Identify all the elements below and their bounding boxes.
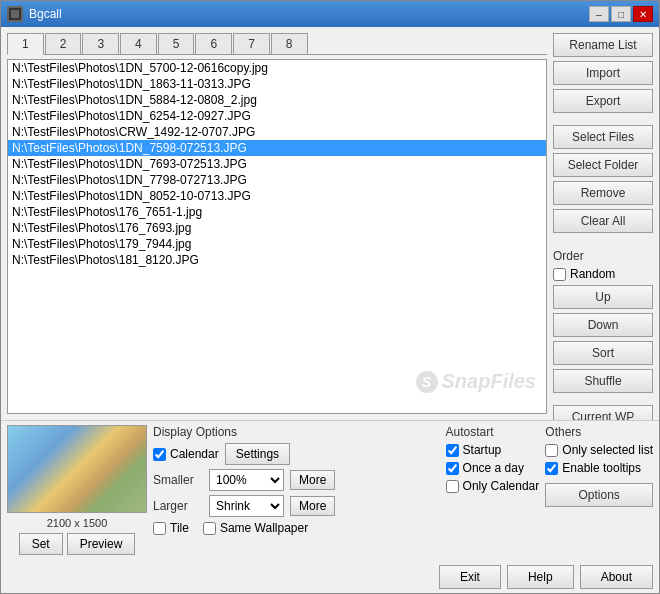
select-folder-button[interactable]: Select Folder xyxy=(553,153,653,177)
bottom-action-bar: Exit Help About xyxy=(1,561,659,593)
down-button[interactable]: Down xyxy=(553,313,653,337)
random-label: Random xyxy=(570,267,615,281)
random-row: Random xyxy=(553,267,653,281)
maximize-button[interactable]: □ xyxy=(611,6,631,22)
exit-button[interactable]: Exit xyxy=(439,565,501,589)
file-item[interactable]: N:\TestFiles\Photos\181_8120.JPG xyxy=(8,252,546,268)
same-wallpaper-label: Same Wallpaper xyxy=(220,521,308,535)
close-button[interactable]: ✕ xyxy=(633,6,653,22)
remove-button[interactable]: Remove xyxy=(553,181,653,205)
tile-checkbox[interactable] xyxy=(153,522,166,535)
tab-8[interactable]: 8 xyxy=(271,33,308,54)
smaller-label: Smaller xyxy=(153,473,203,487)
left-panel: 1 2 3 4 5 6 7 8 N:\TestFiles\Photos\1DN_… xyxy=(7,33,547,414)
others-title: Others xyxy=(545,425,653,439)
clear-all-button[interactable]: Clear All xyxy=(553,209,653,233)
app-icon xyxy=(7,6,23,22)
main-content: 1 2 3 4 5 6 7 8 N:\TestFiles\Photos\1DN_… xyxy=(1,27,659,420)
options-button[interactable]: Options xyxy=(545,483,653,507)
file-item[interactable]: N:\TestFiles\Photos\1DN_6254-12-0927.JPG xyxy=(8,108,546,124)
minimize-button[interactable]: – xyxy=(589,6,609,22)
only-calendar-checkbox[interactable] xyxy=(446,480,459,493)
bottom-panel: 2100 x 1500 Set Preview Display Options … xyxy=(1,420,659,561)
display-options-section: Display Options Calendar Settings Smalle… xyxy=(153,425,440,555)
main-window: Bgcall – □ ✕ 1 2 3 4 5 6 7 8 N:\TestFil xyxy=(0,0,660,594)
smaller-select[interactable]: 100% 75% 50% xyxy=(209,469,284,491)
svg-rect-1 xyxy=(11,10,19,18)
file-list[interactable]: N:\TestFiles\Photos\1DN_5700-12-0616copy… xyxy=(7,59,547,414)
watermark: S SnapFiles xyxy=(416,370,536,393)
file-item[interactable]: N:\TestFiles\Photos\1DN_8052-10-0713.JPG xyxy=(8,188,546,204)
shuffle-button[interactable]: Shuffle xyxy=(553,369,653,393)
tab-2[interactable]: 2 xyxy=(45,33,82,54)
file-item[interactable]: N:\TestFiles\Photos\179_7944.jpg xyxy=(8,236,546,252)
preview-button[interactable]: Preview xyxy=(67,533,136,555)
startup-checkbox[interactable] xyxy=(446,444,459,457)
title-bar: Bgcall – □ ✕ xyxy=(1,1,659,27)
file-item[interactable]: N:\TestFiles\Photos\176_7693.jpg xyxy=(8,220,546,236)
autostart-title: Autostart xyxy=(446,425,540,439)
up-button[interactable]: Up xyxy=(553,285,653,309)
import-button[interactable]: Import xyxy=(553,61,653,85)
file-item[interactable]: N:\TestFiles\Photos\1DN_7798-072713.JPG xyxy=(8,172,546,188)
once-a-day-label: Once a day xyxy=(463,461,524,475)
current-wp-button[interactable]: Current WP xyxy=(553,405,653,420)
only-selected-list-checkbox[interactable] xyxy=(545,444,558,457)
file-item[interactable]: N:\TestFiles\Photos\176_7651-1.jpg xyxy=(8,204,546,220)
larger-more-button[interactable]: More xyxy=(290,496,335,516)
export-button[interactable]: Export xyxy=(553,89,653,113)
others-section: Others Only selected list Enable tooltip… xyxy=(545,425,653,555)
tab-3[interactable]: 3 xyxy=(82,33,119,54)
tab-5[interactable]: 5 xyxy=(158,33,195,54)
autostart-section: Autostart Startup Once a day Only Calend… xyxy=(446,425,540,555)
startup-label: Startup xyxy=(463,443,502,457)
smaller-more-button[interactable]: More xyxy=(290,470,335,490)
about-button[interactable]: About xyxy=(580,565,653,589)
tile-label: Tile xyxy=(170,521,189,535)
only-calendar-label: Only Calendar xyxy=(463,479,540,493)
file-item[interactable]: N:\TestFiles\Photos\1DN_7598-072513.JPG xyxy=(8,140,546,156)
calendar-checkbox[interactable] xyxy=(153,448,166,461)
file-item[interactable]: N:\TestFiles\Photos\1DN_5700-12-0616copy… xyxy=(8,60,546,76)
set-button[interactable]: Set xyxy=(19,533,63,555)
only-selected-list-label: Only selected list xyxy=(562,443,653,457)
watermark-text: SnapFiles xyxy=(442,370,536,393)
enable-tooltips-checkbox[interactable] xyxy=(545,462,558,475)
thumbnail-size: 2100 x 1500 xyxy=(47,517,108,529)
larger-label: Larger xyxy=(153,499,203,513)
enable-tooltips-label: Enable tooltips xyxy=(562,461,641,475)
thumbnail xyxy=(7,425,147,513)
file-item[interactable]: N:\TestFiles\Photos\1DN_7693-072513.JPG xyxy=(8,156,546,172)
calendar-label: Calendar xyxy=(170,447,219,461)
random-checkbox[interactable] xyxy=(553,268,566,281)
settings-button[interactable]: Settings xyxy=(225,443,290,465)
file-item[interactable]: N:\TestFiles\Photos\CRW_1492-12-0707.JPG xyxy=(8,124,546,140)
file-item[interactable]: N:\TestFiles\Photos\1DN_5884-12-0808_2.j… xyxy=(8,92,546,108)
same-wallpaper-checkbox[interactable] xyxy=(203,522,216,535)
display-options-title: Display Options xyxy=(153,425,440,439)
once-a-day-checkbox[interactable] xyxy=(446,462,459,475)
tab-7[interactable]: 7 xyxy=(233,33,270,54)
right-panel: Rename List Import Export Select Files S… xyxy=(553,33,653,414)
help-button[interactable]: Help xyxy=(507,565,574,589)
window-title: Bgcall xyxy=(29,7,62,21)
tab-4[interactable]: 4 xyxy=(120,33,157,54)
file-item[interactable]: N:\TestFiles\Photos\1DN_1863-11-0313.JPG xyxy=(8,76,546,92)
select-files-button[interactable]: Select Files xyxy=(553,125,653,149)
tab-1[interactable]: 1 xyxy=(7,33,44,55)
order-label: Order xyxy=(553,249,653,263)
thumbnail-section: 2100 x 1500 Set Preview xyxy=(7,425,147,555)
rename-list-button[interactable]: Rename List xyxy=(553,33,653,57)
tabs-bar: 1 2 3 4 5 6 7 8 xyxy=(7,33,547,55)
sort-button[interactable]: Sort xyxy=(553,341,653,365)
tab-6[interactable]: 6 xyxy=(195,33,232,54)
larger-select[interactable]: Shrink Stretch Fit xyxy=(209,495,284,517)
